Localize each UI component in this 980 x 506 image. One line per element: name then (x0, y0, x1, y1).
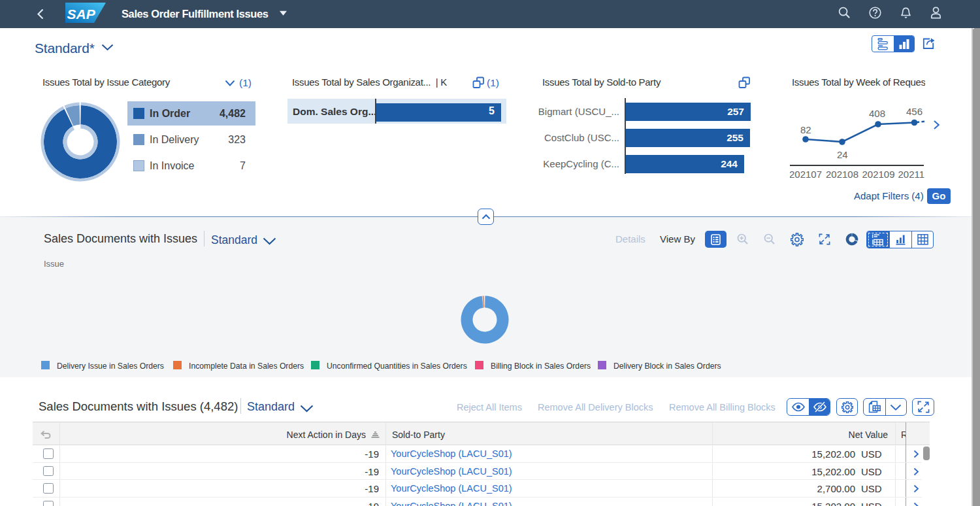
svg-text:SAP: SAP (67, 7, 96, 22)
